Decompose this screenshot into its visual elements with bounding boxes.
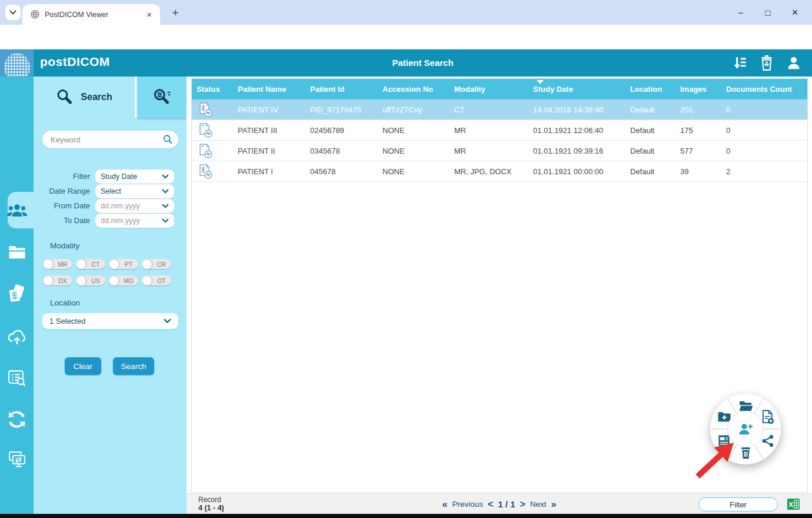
- sidebar-item-remote-devices[interactable]: [0, 443, 34, 476]
- modality-toggle-ct[interactable]: CT: [76, 259, 105, 269]
- cell-documents-count: 0: [721, 141, 807, 161]
- tab-title: PostDICOM Viewer: [45, 11, 144, 19]
- from-date-select[interactable]: dd.mm.yyyy: [95, 199, 174, 213]
- table-row-patient-ii[interactable]: PATIENT II 0345678 NONE MR 01.01.1921 09…: [192, 141, 807, 161]
- browser-tab[interactable]: PostDICOM Viewer ×: [22, 4, 160, 25]
- last-page-icon[interactable]: »: [551, 499, 557, 510]
- tab-basic-search[interactable]: Search: [34, 77, 135, 118]
- tab-advanced-search[interactable]: [137, 77, 187, 118]
- open-folder-icon: [738, 400, 753, 412]
- column-header-images[interactable]: Images: [675, 79, 721, 99]
- cell-modality: MR: [450, 120, 528, 140]
- column-header-study-date[interactable]: Study Date: [528, 79, 625, 99]
- page-title: Patient Search: [34, 58, 812, 68]
- sidebar-item-worklist[interactable]: [0, 361, 34, 394]
- cell-accession-no: NONE: [378, 141, 450, 161]
- modality-toggle-mr[interactable]: MR: [43, 259, 72, 269]
- table-header-row: Status Patient Name Patient Id Accession…: [192, 79, 807, 99]
- sort-download-icon[interactable]: [732, 55, 747, 71]
- recycle-bin-icon[interactable]: [759, 55, 774, 71]
- cell-study-date: 14.04.2016 14:38:40: [528, 99, 625, 119]
- table-row-patient-iv[interactable]: PATIENT IV PID_97178475 uffTzZTCvy CT 14…: [192, 99, 807, 120]
- toggle-knob: [142, 260, 152, 269]
- toggle-knob: [44, 260, 53, 269]
- cell-patient-id: 045678: [305, 161, 378, 181]
- cell-modality: CT: [450, 99, 528, 119]
- modality-toggle-dx[interactable]: DX: [43, 275, 72, 285]
- advanced-search-icon: [152, 88, 171, 107]
- tab-search-button[interactable]: [5, 5, 21, 20]
- modality-toggle-ot[interactable]: OT: [142, 275, 171, 285]
- share-icon: [761, 434, 774, 447]
- column-header-patient-name[interactable]: Patient Name: [233, 79, 305, 99]
- export-excel-icon[interactable]: X: [787, 497, 800, 511]
- browser-toolbar: germany.postdicom.com/Viewer/Main Guest …: [0, 25, 812, 49]
- sidebar-item-patients[interactable]: [0, 194, 34, 227]
- cell-location: Default: [625, 99, 675, 119]
- chevron-down-icon: [162, 174, 169, 179]
- clear-button[interactable]: Clear: [65, 357, 101, 375]
- filter-label: Filter: [39, 172, 95, 181]
- cell-patient-id: 02456789: [305, 120, 378, 140]
- close-window-button[interactable]: ×: [781, 6, 808, 19]
- column-header-status[interactable]: Status: [192, 79, 233, 99]
- table-footer: Record 4 (1 - 4) « Previous < 1 / 1 > Ne…: [187, 493, 812, 514]
- minimize-button[interactable]: −: [727, 8, 754, 18]
- report-document-icon: [198, 102, 213, 117]
- cloud-upload-icon: [6, 328, 28, 346]
- keyword-search-icon[interactable]: [162, 134, 173, 145]
- column-header-patient-id[interactable]: Patient Id: [305, 79, 378, 99]
- close-tab-icon[interactable]: ×: [144, 9, 154, 19]
- search-button[interactable]: Search: [113, 357, 154, 375]
- cell-patient-name: PATIENT III: [233, 120, 305, 140]
- filter-select[interactable]: Study Date: [95, 170, 174, 184]
- first-page-icon[interactable]: «: [442, 499, 448, 510]
- sidebar-item-sync[interactable]: [0, 403, 34, 436]
- cell-documents-count: 2: [721, 161, 807, 181]
- to-date-label: To Date: [39, 216, 95, 225]
- postdicom-favicon: [31, 10, 39, 19]
- date-range-label: Date Range: [39, 187, 95, 195]
- modality-toggle-mg[interactable]: MG: [109, 275, 138, 285]
- column-header-modality[interactable]: Modality: [450, 79, 528, 99]
- maximize-button[interactable]: □: [754, 8, 781, 18]
- date-range-row: Date Range Select: [39, 184, 178, 198]
- document-icon: [198, 143, 213, 158]
- column-header-documents-count[interactable]: Documents Count: [721, 79, 807, 99]
- cell-images: 201: [675, 99, 721, 119]
- previous-page-icon[interactable]: <: [488, 499, 493, 510]
- location-select[interactable]: 1 Selected: [42, 313, 178, 329]
- cell-study-date: 01.01.1921 00:00:00: [528, 161, 625, 181]
- next-page-button[interactable]: Next: [530, 500, 547, 509]
- worklist-search-icon: [7, 368, 26, 388]
- next-page-icon[interactable]: >: [520, 499, 525, 510]
- column-header-accession-no[interactable]: Accession No: [378, 79, 450, 99]
- modality-toggle-us[interactable]: US: [76, 275, 105, 285]
- date-range-select[interactable]: Select: [95, 184, 174, 198]
- column-header-location[interactable]: Location: [625, 79, 675, 99]
- app-header: postDICOM Patient Search: [34, 49, 812, 77]
- xray-studies-icon: [7, 284, 27, 304]
- remote-devices-icon: [7, 449, 27, 469]
- user-icon[interactable]: [786, 55, 801, 71]
- sidebar-item-studies[interactable]: [0, 278, 34, 311]
- cell-location: Default: [625, 161, 675, 181]
- cell-patient-id: 0345678: [305, 141, 378, 161]
- previous-page-button[interactable]: Previous: [452, 500, 483, 509]
- to-date-select[interactable]: dd.mm.yyyy: [95, 214, 174, 228]
- add-document-icon: [761, 410, 774, 424]
- modality-toggle-pt[interactable]: PT: [109, 259, 138, 269]
- sidebar-item-upload[interactable]: [0, 320, 34, 353]
- window-controls: − □ ×: [727, 0, 808, 25]
- keyword-input[interactable]: [42, 131, 178, 148]
- modality-toggle-cr[interactable]: CR: [142, 259, 171, 269]
- new-tab-button[interactable]: +: [168, 6, 182, 19]
- table-row-patient-i[interactable]: PATIENT I 045678 NONE MR, JPG, DOCX 01.0…: [192, 161, 807, 182]
- sidebar-item-folders[interactable]: [0, 235, 34, 268]
- chevron-down-icon: [162, 218, 169, 223]
- cell-accession-no: uffTzZTCvy: [378, 99, 450, 119]
- chevron-down-icon: [164, 318, 171, 324]
- cell-modality: MR: [450, 141, 528, 161]
- table-row-patient-iii[interactable]: PATIENT III 02456789 NONE MR 01.01.1921 …: [192, 120, 807, 141]
- filter-button[interactable]: Filter: [698, 497, 778, 512]
